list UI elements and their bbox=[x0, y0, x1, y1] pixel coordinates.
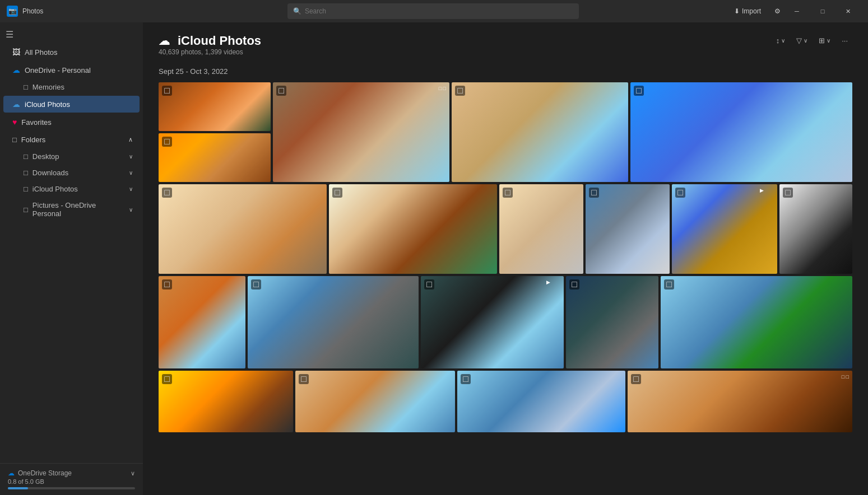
photo-row-3: □ □ □ ▶ □ □ bbox=[159, 276, 852, 368]
view-icon: ⊞ bbox=[819, 36, 825, 45]
onedrive-storage-icon: ☁ bbox=[8, 469, 15, 477]
sidebar-item-desktop[interactable]: □ Desktop ∨ bbox=[3, 149, 140, 164]
app-title: Photos bbox=[22, 7, 43, 15]
sidebar-item-icloud[interactable]: ☁ iCloud Photos bbox=[3, 96, 140, 113]
svg-text:📷: 📷 bbox=[8, 7, 17, 15]
sidebar-item-onedrive[interactable]: ☁ OneDrive - Personal bbox=[3, 62, 140, 78]
settings-button[interactable]: ⚙ bbox=[771, 5, 784, 17]
photo-thumb[interactable]: □ bbox=[457, 371, 625, 432]
photo-checkbox[interactable]: □ bbox=[503, 188, 513, 198]
photo-thumb[interactable]: □ ▶ bbox=[672, 184, 777, 274]
photo-thumb[interactable]: □ bbox=[159, 133, 271, 182]
photo-checkbox[interactable]: □ bbox=[251, 279, 261, 289]
folders-section-header[interactable]: □ Folders ∧ bbox=[3, 132, 140, 148]
minimize-button[interactable]: ─ bbox=[784, 0, 810, 22]
sidebar-item-pictures-onedrive[interactable]: □ Pictures - OneDrive Personal ∨ bbox=[3, 198, 140, 221]
import-button[interactable]: ⬇ Import bbox=[731, 5, 764, 17]
photo-checkbox[interactable]: □ bbox=[162, 137, 172, 147]
folder-downloads-chevron: ∨ bbox=[129, 170, 133, 176]
photo-pair-1: □ □ bbox=[159, 82, 271, 182]
photo-checkbox[interactable]: □ bbox=[631, 374, 641, 384]
folder-desktop-icon: □ bbox=[24, 152, 28, 161]
video-icon: ▶ bbox=[760, 188, 764, 193]
photo-checkbox[interactable]: □ bbox=[675, 188, 685, 198]
sort-chevron-icon: ∨ bbox=[781, 38, 785, 44]
photo-thumb[interactable]: □ ▶ bbox=[421, 276, 564, 368]
photo-thumb[interactable]: □ bbox=[566, 276, 658, 368]
photo-thumb[interactable]: □ bbox=[159, 184, 327, 274]
photo-checkbox[interactable]: □ bbox=[162, 374, 172, 384]
sort-button[interactable]: ↕ ∨ bbox=[772, 34, 790, 48]
sidebar-item-icloud-folder[interactable]: □ iCloud Photos ∨ bbox=[3, 181, 140, 197]
photo-thumb[interactable]: □ bbox=[159, 276, 245, 368]
photo-checkbox[interactable]: □ bbox=[664, 279, 674, 289]
photo-checkbox[interactable]: □ bbox=[461, 374, 471, 384]
photo-thumb[interactable]: □ bbox=[661, 276, 852, 368]
photo-checkbox[interactable]: □ bbox=[299, 374, 309, 384]
photo-thumb[interactable]: □ □ □ bbox=[628, 371, 852, 432]
hamburger-icon: ☰ bbox=[6, 30, 13, 39]
photo-checkbox[interactable]: □ bbox=[589, 188, 599, 198]
photo-checkbox[interactable]: □ bbox=[455, 86, 465, 96]
photo-checkbox[interactable]: □ bbox=[332, 188, 342, 198]
content-subtitle: 40,639 photos, 1,399 videos bbox=[159, 48, 261, 56]
storage-bar-fill bbox=[8, 487, 28, 489]
video-icon: ▶ bbox=[546, 279, 550, 285]
sidebar-item-favorites[interactable]: ♥ Favorites bbox=[3, 114, 140, 130]
date-range-label: Sept 25 - Oct 3, 2022 bbox=[159, 67, 852, 76]
photo-checkbox[interactable]: □ bbox=[569, 279, 579, 289]
folder-desktop-chevron: ∨ bbox=[129, 153, 133, 160]
all-photos-icon: 🖼 bbox=[12, 48, 20, 57]
folder-icloud-chevron: ∨ bbox=[129, 186, 133, 192]
onedrive-icon: ☁ bbox=[12, 66, 20, 74]
sidebar-item-downloads[interactable]: □ Downloads ∨ bbox=[3, 165, 140, 180]
photo-checkbox[interactable]: □ bbox=[162, 86, 172, 96]
more-icon: ··· bbox=[842, 36, 848, 45]
photo-checkbox[interactable]: □ bbox=[783, 188, 793, 198]
photo-thumb[interactable]: □ □ □ bbox=[273, 82, 449, 182]
photo-thumb[interactable]: □ bbox=[295, 371, 455, 432]
storage-chevron-icon[interactable]: ∨ bbox=[131, 470, 135, 477]
app-body: ☰ 🖼 All Photos ☁ OneDrive - Personal □ M… bbox=[0, 22, 868, 495]
folders-chevron-icon: ∧ bbox=[128, 136, 133, 143]
app-logo-icon: 📷 bbox=[7, 6, 18, 17]
photo-checkbox[interactable]: □ bbox=[424, 279, 434, 289]
filter-icon: ▽ bbox=[796, 36, 802, 45]
photo-thumb[interactable]: □ bbox=[499, 184, 583, 274]
search-bar[interactable]: 🔍 bbox=[287, 3, 579, 19]
filter-button[interactable]: ▽ ∨ bbox=[792, 34, 812, 48]
photo-row-4: □ □ □ □ □ □ bbox=[159, 371, 852, 432]
more-options-button[interactable]: ··· bbox=[837, 34, 852, 48]
close-button[interactable]: ✕ bbox=[835, 0, 861, 22]
content-title: ☁ iCloud Photos bbox=[159, 34, 261, 48]
photo-checkbox[interactable]: □ bbox=[162, 279, 172, 289]
sidebar-item-memories[interactable]: □ Memories bbox=[3, 80, 140, 95]
view-chevron-icon: ∨ bbox=[827, 38, 830, 44]
photo-row-2: □ □ □ □ □ ▶ □ bbox=[159, 184, 852, 274]
maximize-button[interactable]: □ bbox=[810, 0, 835, 22]
photo-checkbox[interactable]: □ bbox=[162, 188, 172, 198]
photo-badge: □ □ bbox=[842, 374, 849, 380]
heart-icon: ♥ bbox=[12, 118, 17, 127]
photo-thumb[interactable]: □ bbox=[248, 276, 419, 368]
photo-thumb[interactable]: □ bbox=[329, 184, 497, 274]
photo-thumb[interactable]: □ bbox=[159, 82, 271, 131]
folder-pictures-chevron: ∨ bbox=[129, 207, 133, 213]
main-content: ☁ iCloud Photos 40,639 photos, 1,399 vid… bbox=[143, 22, 868, 495]
sidebar-item-all-photos[interactable]: 🖼 All Photos bbox=[3, 44, 140, 60]
content-header: ☁ iCloud Photos 40,639 photos, 1,399 vid… bbox=[159, 34, 852, 64]
filter-chevron-icon: ∨ bbox=[804, 38, 807, 44]
photo-checkbox[interactable]: □ bbox=[276, 86, 286, 96]
storage-section: ☁ OneDrive Storage ∨ 0.8 of 5.0 GB bbox=[0, 463, 143, 495]
photo-thumb[interactable]: □ bbox=[779, 184, 852, 274]
photo-thumb[interactable]: □ bbox=[630, 82, 852, 182]
photo-thumb[interactable]: □ bbox=[586, 184, 670, 274]
titlebar-actions: ⬇ Import ⚙ bbox=[731, 5, 784, 17]
search-input[interactable] bbox=[305, 7, 573, 15]
photo-thumb[interactable]: □ bbox=[452, 82, 628, 182]
view-button[interactable]: ⊞ ∨ bbox=[814, 34, 835, 48]
hamburger-button[interactable]: ☰ bbox=[0, 26, 143, 43]
photo-checkbox[interactable]: □ bbox=[634, 86, 644, 96]
photo-thumb[interactable]: □ bbox=[159, 371, 293, 432]
titlebar: 📷 Photos 🔍 ⬇ Import ⚙ ─ □ ✕ bbox=[0, 0, 868, 22]
